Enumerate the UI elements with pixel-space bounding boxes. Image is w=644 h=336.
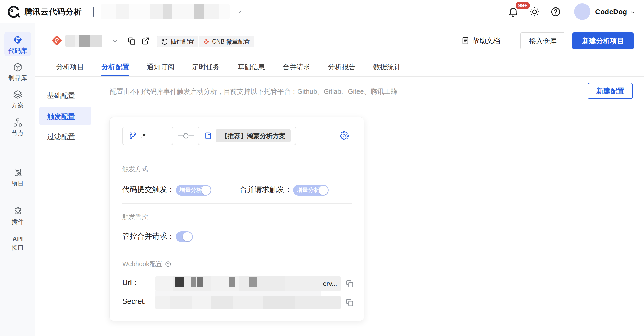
toggle-knob <box>183 232 192 241</box>
repo-git-icon <box>51 35 63 46</box>
breadcrumb-chevron-icon[interactable] <box>237 9 243 15</box>
notification-badge: 99+ <box>515 1 531 10</box>
tab-notification-subscribe[interactable]: 通知订阅 <box>147 58 175 76</box>
cnb-flower-icon <box>203 38 210 45</box>
redaction-block <box>249 277 257 287</box>
tab-scheduled-tasks[interactable]: 定时任务 <box>192 58 220 76</box>
theme-toggle-icon[interactable] <box>529 6 540 17</box>
sidebar-item-artifact-repo[interactable]: 制品库 <box>0 63 35 82</box>
toggle-knob <box>201 186 211 195</box>
scheme-select-box[interactable]: 【推荐】鸿蒙分析方案 <box>198 127 296 145</box>
help-icon[interactable] <box>550 6 561 17</box>
tab-basic-info[interactable]: 基础信息 <box>237 58 265 76</box>
sidebar-divider <box>5 139 31 139</box>
git-repo-icon <box>13 35 23 45</box>
redaction-block <box>229 277 235 287</box>
user-name[interactable]: CodeDog <box>595 0 627 23</box>
connector-icon <box>176 132 196 140</box>
repo-copy-icon[interactable] <box>128 37 136 45</box>
tab-analysis-projects[interactable]: 分析项目 <box>56 58 84 76</box>
tab-analysis-reports[interactable]: 分析报告 <box>328 58 356 76</box>
book-icon <box>204 132 212 140</box>
logo[interactable]: 腾讯云代码分析 <box>7 0 82 23</box>
webhook-url-label: Url： <box>122 278 139 288</box>
commit-trigger-toggle-text: 增量分析 <box>179 185 202 196</box>
secret-copy-icon[interactable] <box>346 298 354 307</box>
webhook-secret-field-redacted[interactable] <box>155 296 341 309</box>
cnb-badge-config-tag[interactable]: CNB 徽章配置 <box>199 36 254 47</box>
help-doc-link[interactable]: 帮助文档 <box>461 33 500 49</box>
sidebar-item-label: 项目 <box>12 179 24 187</box>
penguin-icon <box>161 38 168 45</box>
document-icon <box>461 37 469 45</box>
mr-trigger-label: 合并请求触发： <box>240 184 292 195</box>
sidebar-item-project[interactable]: 项目 <box>0 168 35 187</box>
webhook-secret-label: Secret: <box>122 297 146 306</box>
trigger-method-title: 触发方式 <box>122 165 148 173</box>
sidebar-item-scheme[interactable]: 方案 <box>0 90 35 110</box>
repo-switch-chevron-icon[interactable] <box>111 38 118 45</box>
logo-text: 腾讯云代码分析 <box>24 6 82 17</box>
scheme-name-tag: 【推荐】鸿蒙分析方案 <box>216 129 291 142</box>
cnb-badge-tag-label: CNB 徽章配置 <box>212 38 250 46</box>
layers-icon <box>13 90 22 99</box>
puzzle-icon <box>13 206 22 216</box>
top-bar <box>0 0 644 23</box>
sidebar-divider <box>5 196 31 196</box>
tab-bar: 分析项目 分析配置 通知订阅 定时任务 基础信息 合并请求 分析报告 数据统计 <box>35 58 644 77</box>
trigger-config-card: .* 【推荐】鸿蒙分析方案 <box>109 117 364 321</box>
mr-trigger-toggle-text: 增量分析 <box>297 185 319 196</box>
commit-trigger-label: 代码提交触发： <box>122 184 175 195</box>
content-divider <box>97 104 644 104</box>
sidebar-item-code-repo[interactable]: 代码库 <box>0 35 35 55</box>
control-mr-toggle[interactable] <box>176 231 193 242</box>
sub-item-basic-config[interactable]: 基础配置 <box>47 91 75 100</box>
user-avatar[interactable] <box>574 3 590 20</box>
webhook-url-field-redacted[interactable]: erv... <box>155 276 341 291</box>
sidebar-item-node[interactable]: 节点 <box>0 118 35 137</box>
trigger-control-title: 触发管控 <box>122 212 148 221</box>
card-settings-gear-icon[interactable] <box>340 131 349 140</box>
new-config-button[interactable]: 新建配置 <box>588 83 633 99</box>
card-header: .* 【推荐】鸿蒙分析方案 <box>110 117 364 154</box>
connect-repo-button[interactable]: 接入仓库 <box>520 32 565 49</box>
repo-name-redacted <box>65 35 102 47</box>
plugin-config-tag[interactable]: 插件配置 <box>157 36 198 47</box>
repo-external-link-icon[interactable] <box>141 37 150 45</box>
redaction-block <box>175 277 184 287</box>
redaction-block <box>197 277 203 287</box>
sub-item-trigger-config[interactable]: 触发配置 <box>47 112 75 121</box>
webhook-url-visible-text: erv... <box>323 276 337 291</box>
main-sidebar: 代码库 制品库 方案 <box>0 23 35 336</box>
sidebar-item-label: 节点 <box>12 129 24 137</box>
card-section-divider <box>122 251 352 251</box>
sidebar-item-label-api: API <box>12 235 23 242</box>
new-analysis-project-button[interactable]: 新建分析项目 <box>572 32 634 49</box>
commit-trigger-toggle[interactable]: 增量分析 <box>176 185 211 196</box>
cube-icon <box>13 63 22 72</box>
toggle-knob <box>319 186 328 195</box>
header-divider <box>93 7 94 17</box>
mr-trigger-toggle[interactable]: 增量分析 <box>293 185 329 196</box>
user-menu-chevron-icon[interactable] <box>630 9 636 15</box>
tab-analysis-config[interactable]: 分析配置 <box>101 58 129 76</box>
sidebar-item-label: 代码库 <box>8 47 27 55</box>
plugin-config-tag-label: 插件配置 <box>170 38 194 46</box>
sidebar-item-label: 方案 <box>12 101 24 110</box>
webhook-title-text: Webhook配置 <box>122 260 162 268</box>
question-circle-icon[interactable] <box>165 261 171 267</box>
tab-merge-requests[interactable]: 合并请求 <box>283 58 310 76</box>
tab-data-statistics[interactable]: 数据统计 <box>373 58 401 76</box>
sub-item-filter-config[interactable]: 过滤配置 <box>47 132 75 141</box>
sidebar-item-plugin[interactable]: 插件 <box>0 206 35 226</box>
branch-pattern-value: .* <box>141 132 145 140</box>
app-root: 腾讯云代码分析 99+ CodeDog <box>0 0 644 336</box>
url-copy-icon[interactable] <box>346 280 354 288</box>
help-doc-label: 帮助文档 <box>472 36 500 45</box>
branch-pattern-box[interactable]: .* <box>122 127 173 145</box>
webhook-config-title: Webhook配置 <box>122 260 171 268</box>
tca-logo-icon <box>7 5 20 18</box>
sidebar-item-api[interactable]: API 接口 <box>0 235 35 252</box>
sidebar-item-label-api2: 接口 <box>12 243 24 252</box>
sidebar-item-label: 制品库 <box>8 74 27 82</box>
